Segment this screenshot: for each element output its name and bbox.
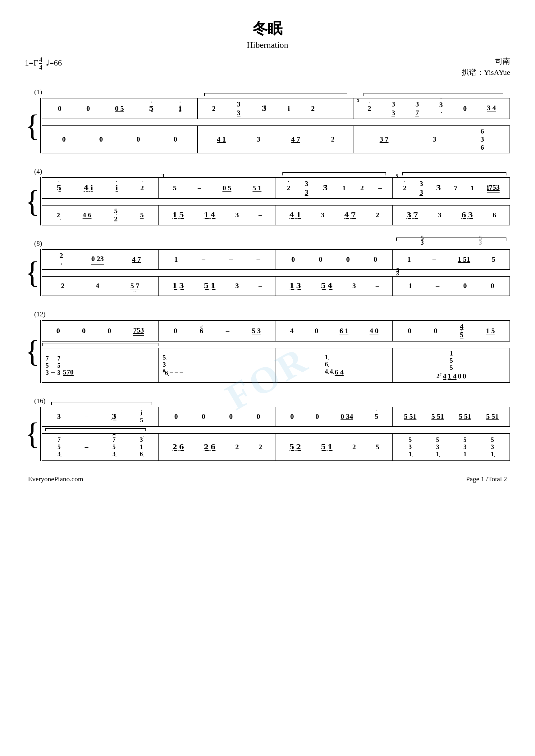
- brace-1: {: [25, 98, 40, 153]
- note: 3 7: [380, 135, 389, 144]
- section-3: (8) { 2· 0 23 4 7: [25, 239, 510, 296]
- bar-9-treble: 1 – – –: [159, 250, 276, 269]
- note: 0: [463, 282, 467, 290]
- note: 1 51: [458, 255, 470, 264]
- note: 4̲ 1̲: [289, 211, 301, 220]
- bass-staff-4: 7 5 3· – 7 5 3·: [42, 348, 510, 383]
- both-staves-2: ·5̱ 4̱ i̱ ·i̱ ·2 3 5 – 0 5 5 1: [42, 177, 510, 226]
- note: 3: [57, 412, 61, 421]
- note: 0 23: [91, 255, 104, 264]
- note: 3: [235, 282, 239, 290]
- website: EveryonePiano.com: [28, 475, 83, 483]
- bar-14-bass: 1· 6· 4· 4· 6 4: [276, 348, 393, 382]
- bar-12-bass: 7 5 3· – 7 5 3·: [42, 348, 159, 382]
- note: 1̲ 3̲: [172, 282, 184, 290]
- note: 0: [374, 255, 377, 264]
- note: 3̲: [112, 412, 117, 421]
- note: 6 4: [335, 368, 344, 377]
- note: 2: [376, 211, 380, 220]
- title-section: 冬眠 Hibernation: [25, 19, 510, 50]
- note: 1̲ 5̲: [172, 211, 184, 220]
- section-label-12: (12): [25, 310, 510, 318]
- note: 3: [352, 282, 356, 290]
- note: ·2: [368, 104, 371, 113]
- meta-row: 1=F44 ♩=66 司南 扒谱：YisAYue: [25, 56, 510, 79]
- note: 0: [463, 372, 466, 381]
- note: –: [378, 184, 382, 193]
- bar-17-treble: 0 0 0 0: [159, 407, 276, 426]
- bar-6-treble: ·2 33 3̄ 1 2 –: [276, 178, 393, 198]
- composer: 司南: [462, 56, 510, 66]
- bar-18-bass: 5̲ 2̲ 5̲ 1̲ 2 5: [276, 434, 393, 460]
- bar-19-bass: 531· 531· 531· 531·: [393, 434, 510, 460]
- note: 0: [58, 104, 62, 113]
- note: 2: [352, 443, 356, 451]
- note: 636: [480, 128, 484, 151]
- note: 0: [174, 135, 178, 144]
- note: 1: [342, 184, 346, 193]
- note: 0: [292, 255, 295, 264]
- note: 33: [305, 179, 308, 197]
- note: –: [51, 368, 55, 377]
- note: ·i̱: [115, 184, 118, 193]
- note: 3: [257, 135, 260, 144]
- note: 5·2: [114, 207, 118, 223]
- section-2: (4) { ·5̱ 4̱ i̱ ·i̱ ·2: [25, 167, 510, 226]
- title-chinese: 冬眠: [25, 19, 510, 39]
- bar-3-bass: 3 7 3 636: [354, 126, 510, 153]
- note: 33: [391, 100, 395, 117]
- bar-1-bass: 0 0 0 0: [42, 126, 198, 153]
- both-staves-5: 3 – 3̲ ·i ·5 0 0 0: [42, 407, 510, 461]
- note: 3̄: [436, 184, 441, 193]
- note: 5̲ 1̲: [204, 282, 216, 290]
- both-staves-3: 2· 0 23 4 7 1 – – – 0: [42, 249, 510, 296]
- bar-4-bass: 2· 4 6 5·2 5: [42, 205, 159, 225]
- staff-system-5: { 3 – 3̲ ·i ·5: [25, 407, 510, 461]
- note: ·i̱: [179, 104, 182, 113]
- note: 0 5: [115, 104, 124, 113]
- note: 570: [63, 368, 74, 377]
- treble-staff-3: 2· 0 23 4 7 1 – – – 0: [42, 249, 510, 270]
- note: 33: [419, 179, 423, 197]
- bass-staff-5: 753· – ⌢ 753· 3· 1· 6·: [42, 433, 510, 461]
- bar-1-treble: 0 0 0 5 ·5̱ ·i̱: [42, 98, 198, 119]
- note: 6 1: [340, 327, 349, 335]
- note: 2̲ 6̲: [172, 443, 184, 451]
- note: –: [259, 211, 262, 220]
- note: 5̲ 2̲: [289, 443, 301, 451]
- note: 0 5: [222, 184, 232, 193]
- note: 1̲ 4̲: [204, 211, 216, 220]
- note: i: [288, 104, 290, 113]
- note: ·2: [140, 184, 144, 193]
- note: 2: [235, 443, 239, 451]
- bar-11-bass: 5 3· 1 – 0 0: [393, 277, 510, 296]
- note: –: [436, 282, 439, 290]
- note: –: [259, 282, 262, 290]
- note: 3: [438, 211, 441, 220]
- note: 0: [229, 412, 233, 421]
- note: 0: [174, 327, 178, 335]
- tempo-key: 1=F44 ♩=66: [25, 56, 62, 71]
- bar-6-bass: 4̲ 1̲ 3 4̲ 7̲ 2: [276, 205, 393, 225]
- note: –: [202, 255, 205, 264]
- bar-10-treble: 0 0 0 0: [276, 250, 393, 269]
- bar-3-treble: 5 ·2 33 37 ·3· 0 3 4: [354, 98, 510, 119]
- note: 0: [458, 372, 462, 381]
- page-footer: EveryonePiano.com Page 1 /Total 2: [25, 475, 510, 483]
- treble-staff-2: ·5̱ 4̱ i̱ ·i̱ ·2 3 5 – 0 5 5 1: [42, 177, 510, 199]
- note: 0: [99, 135, 103, 144]
- note: 0: [463, 104, 467, 113]
- treble-staff-4: 0 0 0 753 0 #6 – 5 3: [42, 320, 510, 341]
- brace-2: {: [25, 177, 40, 226]
- bar-14-treble: 4 0 6 1 4 0: [276, 321, 393, 341]
- note: –: [433, 255, 436, 264]
- section-1: (1) { 0 0 0 5: [25, 88, 510, 153]
- note: 4: [443, 372, 446, 381]
- author-block: 司南 扒谱：YisAYue: [462, 56, 510, 79]
- bass-staff-1: 0 0 0 0 4 1 3 4 7 2: [42, 125, 510, 153]
- note: 0: [82, 327, 86, 335]
- note: · ·5 7: [130, 282, 139, 290]
- staff-system-4: { 0 0 0 753 0: [25, 320, 510, 383]
- bar-17-bass: 2̲ 6̲ 2̲ 6̲ 2 2: [159, 434, 276, 460]
- note: ·3·: [439, 101, 443, 117]
